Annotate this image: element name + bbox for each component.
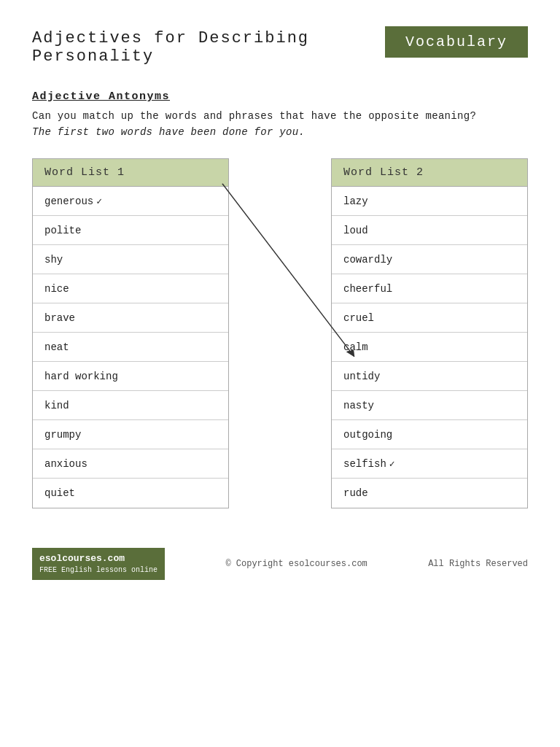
word-list-2: Word List 2 lazy loud cowardly cheerful … bbox=[331, 158, 528, 508]
list-item: kind bbox=[33, 391, 228, 420]
list-item: nice bbox=[33, 274, 228, 303]
list-item: cruel bbox=[332, 303, 527, 333]
list-item: neat bbox=[33, 333, 228, 362]
list-item: selfish ✓ bbox=[332, 449, 527, 479]
page-header: Adjectives for Describing Personality Vo… bbox=[0, 0, 560, 73]
footer-copyright: © Copyright esolcourses.com bbox=[225, 559, 367, 569]
word-list-1-header: Word List 1 bbox=[33, 159, 228, 187]
word-list-2-header: Word List 2 bbox=[332, 159, 527, 187]
page-title: Adjectives for Describing Personality bbox=[32, 29, 385, 66]
list-item: anxious bbox=[33, 449, 228, 479]
list-item: untidy bbox=[332, 362, 527, 391]
list-item: generous ✓ bbox=[33, 187, 228, 216]
lists-container: Word List 1 generous ✓ polite shy nice b… bbox=[0, 158, 560, 508]
list-item: loud bbox=[332, 216, 527, 245]
page-footer: esolcourses.com FREE English lessons onl… bbox=[0, 535, 560, 593]
section-title: Adjective Antonyms bbox=[32, 90, 528, 103]
site-name: esolcourses.com bbox=[39, 552, 158, 565]
list-item: calm bbox=[332, 333, 527, 362]
footer-rights: All Rights Reserved bbox=[428, 559, 528, 569]
list-item: polite bbox=[33, 216, 228, 245]
instruction-2: The first two words have been done for y… bbox=[32, 126, 528, 138]
list-item: rude bbox=[332, 479, 527, 508]
list-item: cowardly bbox=[332, 245, 527, 274]
vocab-badge: Vocabulary bbox=[385, 26, 528, 58]
checkmark: ✓ bbox=[389, 458, 395, 470]
list-item: quiet bbox=[33, 479, 228, 508]
checkmark: ✓ bbox=[96, 196, 102, 207]
list-item: cheerful bbox=[332, 274, 527, 303]
list-item: grumpy bbox=[33, 420, 228, 449]
word-list-1: Word List 1 generous ✓ polite shy nice b… bbox=[32, 158, 229, 508]
list-item: nasty bbox=[332, 391, 527, 420]
list-item: lazy bbox=[332, 187, 527, 216]
instruction-1: Can you match up the words and phrases t… bbox=[32, 110, 528, 122]
footer-logo: esolcourses.com FREE English lessons onl… bbox=[32, 548, 165, 580]
list-item: outgoing bbox=[332, 420, 527, 449]
footer-tagline: FREE English lessons online bbox=[39, 565, 158, 576]
list-item: hard working bbox=[33, 362, 228, 391]
list-item: shy bbox=[33, 245, 228, 274]
list-item: brave bbox=[33, 303, 228, 333]
